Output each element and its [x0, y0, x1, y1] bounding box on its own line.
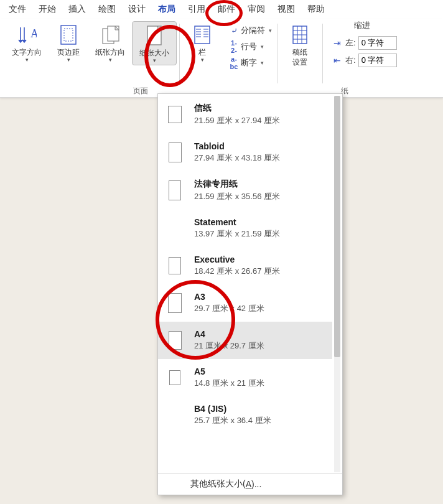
paper-size-option[interactable]: Statement13.97 厘米 x 21.59 厘米: [158, 210, 332, 247]
columns-icon: [192, 24, 212, 46]
line-numbers-label: 行号: [241, 41, 257, 52]
breaks-button[interactable]: ⤶ 分隔符 ▾: [225, 22, 274, 39]
menu-item-6[interactable]: 引用: [182, 2, 212, 17]
menu-item-8[interactable]: 审阅: [241, 2, 271, 17]
paper-size-option[interactable]: Tabloid27.94 厘米 x 43.18 厘米: [158, 134, 332, 171]
indent-right-icon: ⇤: [332, 55, 343, 65]
breaks-label: 分隔符: [241, 25, 265, 36]
paper-size-option[interactable]: A421 厘米 x 29.7 厘米: [158, 322, 332, 359]
chevron-down-icon: ▾: [26, 57, 29, 63]
paper-size-list: 信纸21.59 厘米 x 27.94 厘米Tabloid27.94 厘米 x 4…: [158, 95, 332, 472]
orientation-button[interactable]: 纸张方向 ▾: [88, 21, 132, 64]
option-name: A4: [194, 329, 264, 339]
indent-title: 缩进: [328, 20, 397, 31]
option-dims: 29.7 厘米 x 42 厘米: [194, 303, 264, 314]
page-icon: [169, 180, 181, 200]
option-dims: 21.59 厘米 x 27.94 厘米: [194, 115, 280, 126]
chevron-down-icon: ▾: [261, 60, 264, 66]
breaks-icon: ⤶: [227, 26, 241, 35]
option-name: A3: [194, 292, 264, 302]
paper-size-option[interactable]: Executive18.42 厘米 x 26.67 厘米: [158, 247, 332, 284]
menu-item-4[interactable]: 设计: [122, 2, 152, 17]
paper-size-option[interactable]: B4 (JIS)25.7 厘米 x 36.4 厘米: [158, 396, 332, 434]
option-dims: 27.94 厘米 x 43.18 厘米: [194, 152, 280, 164]
scrollbar-thumb[interactable]: [334, 96, 340, 357]
option-name: A5: [194, 366, 264, 376]
separator: [179, 24, 180, 83]
option-name: Tabloid: [194, 141, 280, 151]
ribbon: A 文字方向 ▾ 页边距 ▾ 纸张方向 ▾ 纸张大小 ▾: [0, 19, 443, 98]
menu-bar: 文件开始插入绘图设计布局引用邮件审阅视图帮助: [0, 0, 443, 19]
option-dims: 21 厘米 x 29.7 厘米: [194, 340, 264, 352]
more-key: A: [246, 479, 251, 489]
paper-size-option[interactable]: A329.7 厘米 x 42 厘米: [158, 284, 332, 322]
svg-rect-6: [195, 26, 210, 44]
paper-size-dropdown: 信纸21.59 厘米 x 27.94 厘米Tabloid27.94 厘米 x 4…: [157, 93, 343, 495]
indent-right-row: ⇤ 右:: [332, 54, 397, 67]
manuscript-label: 稿纸设置: [292, 47, 307, 67]
indent-left-icon: ⇥: [332, 38, 343, 48]
option-dims: 21.59 厘米 x 35.56 厘米: [194, 191, 280, 202]
hyphenation-icon: a-bc: [227, 55, 241, 70]
menu-item-1[interactable]: 开始: [32, 2, 62, 17]
page-icon: [169, 142, 182, 162]
option-dims: 18.42 厘米 x 26.67 厘米: [194, 266, 280, 277]
menu-item-9[interactable]: 视图: [271, 2, 301, 17]
option-dims: 13.97 厘米 x 21.59 厘米: [194, 228, 280, 240]
indent-left-row: ⇥ 左:: [332, 36, 397, 50]
text-direction-label: 文字方向: [12, 47, 42, 57]
chevron-down-icon: ▾: [201, 57, 204, 63]
option-name: 信纸: [194, 103, 280, 114]
menu-item-10[interactable]: 帮助: [301, 2, 331, 17]
hyphenation-label: 断字: [241, 57, 257, 68]
page-icon: [168, 293, 182, 313]
page-icon: [168, 106, 182, 123]
line-numbers-button[interactable]: 1-2- 行号 ▾: [225, 39, 274, 55]
group-page-setup-caption: 页面: [133, 86, 148, 96]
svg-text:A: A: [30, 27, 37, 40]
hyphenation-button[interactable]: a-bc 断字 ▾: [225, 55, 274, 71]
svg-rect-2: [64, 29, 73, 41]
columns-button[interactable]: 栏 ▾: [182, 21, 222, 64]
scrollbar[interactable]: [334, 96, 340, 472]
separator: [277, 24, 277, 83]
orientation-label: 纸张方向: [95, 47, 125, 57]
paper-size-icon: [144, 24, 164, 47]
orientation-icon: [100, 24, 120, 46]
page-icon: [169, 331, 182, 350]
chevron-down-icon: ▾: [109, 57, 112, 63]
margins-button[interactable]: 页边距 ▾: [49, 21, 88, 64]
chevron-down-icon: ▾: [269, 27, 272, 34]
menu-item-0[interactable]: 文件: [2, 2, 32, 17]
paper-size-option[interactable]: 信纸21.59 厘米 x 27.94 厘米: [158, 95, 332, 134]
manuscript-icon: [290, 24, 310, 46]
separator: [322, 24, 323, 83]
paper-size-button[interactable]: 纸张大小 ▾: [132, 21, 177, 65]
paper-size-label: 纸张大小: [139, 48, 169, 58]
paper-size-option[interactable]: 法律专用纸21.59 厘米 x 35.56 厘米: [158, 171, 332, 210]
more-suffix: )...: [251, 479, 261, 489]
indent-right-input[interactable]: [358, 54, 397, 67]
line-numbers-icon: 1-2-: [227, 39, 241, 54]
option-name: Executive: [194, 254, 280, 264]
menu-item-5[interactable]: 布局: [152, 2, 182, 17]
paper-size-option[interactable]: A514.8 厘米 x 21 厘米: [158, 359, 332, 396]
columns-label: 栏: [198, 47, 206, 57]
manuscript-button[interactable]: 稿纸设置: [280, 21, 320, 68]
menu-item-2[interactable]: 插入: [62, 2, 92, 17]
menu-item-3[interactable]: 绘图: [92, 2, 122, 17]
text-direction-icon: A: [17, 24, 37, 46]
margins-label: 页边距: [57, 47, 80, 57]
more-paper-sizes[interactable]: 其他纸张大小(A)...: [158, 473, 342, 495]
option-name: B4 (JIS): [194, 404, 271, 414]
option-dims: 14.8 厘米 x 21 厘米: [194, 378, 264, 389]
indent-right-label: 右:: [345, 55, 356, 66]
chevron-down-icon: ▾: [67, 57, 70, 63]
chevron-down-icon: ▾: [261, 44, 264, 50]
menu-item-7[interactable]: 邮件: [212, 2, 241, 17]
text-direction-button[interactable]: A 文字方向 ▾: [5, 21, 49, 64]
indent-left-label: 左:: [345, 37, 356, 49]
more-prefix: 其他纸张大小(: [190, 478, 246, 490]
indent-left-input[interactable]: [358, 36, 397, 50]
chevron-down-icon: ▾: [153, 57, 156, 63]
